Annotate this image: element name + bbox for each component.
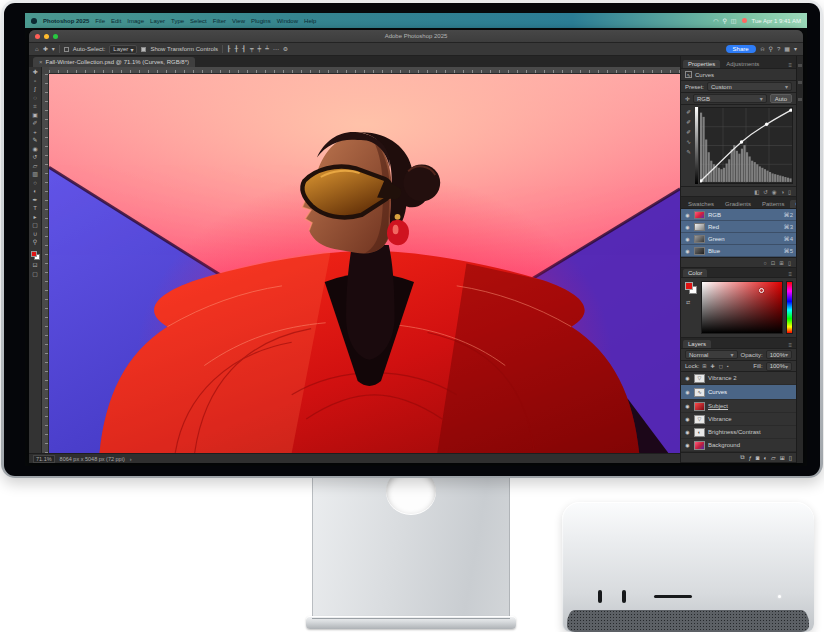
lock-transparency-icon[interactable]: ⊞ xyxy=(702,363,706,369)
layer-row-vibrance-2[interactable]: ◉▽Vibrance 2 xyxy=(681,372,796,385)
previous-state-icon[interactable]: ◑ xyxy=(781,189,784,195)
settings-gear-icon[interactable]: ⚙ xyxy=(283,46,288,52)
layer-mask-icon[interactable]: ◙ xyxy=(756,455,760,461)
menu-help[interactable]: Help xyxy=(304,18,316,24)
layer-thumbnail[interactable] xyxy=(694,402,705,411)
hue-slider[interactable] xyxy=(786,281,793,334)
visibility-eye-icon[interactable]: ◉ xyxy=(684,375,691,381)
canvas-image[interactable] xyxy=(49,74,680,453)
visibility-eye-icon[interactable]: ◉ xyxy=(772,189,777,195)
menu-type[interactable]: Type xyxy=(171,18,184,24)
zoom-level[interactable]: 71.1% xyxy=(33,455,55,463)
visibility-eye-icon[interactable]: ◉ xyxy=(684,224,691,230)
load-selection-icon[interactable]: ○ xyxy=(763,260,766,266)
edit-points-icon[interactable]: ∿ xyxy=(686,139,691,145)
tab-adjustments[interactable]: Adjustments xyxy=(721,60,764,68)
tab-patterns[interactable]: Patterns xyxy=(757,200,789,208)
menu-photoshop-2025[interactable]: Photoshop 2025 xyxy=(43,18,89,24)
show-transform-checkbox[interactable] xyxy=(141,47,146,52)
panel-menu-icon[interactable]: ≡ xyxy=(786,62,794,68)
clone-stamp-tool[interactable]: ◉ xyxy=(32,146,37,152)
visibility-eye-icon[interactable]: ◉ xyxy=(684,429,691,435)
shape-tool[interactable]: ▢ xyxy=(32,222,38,228)
pen-tool[interactable]: ✒ xyxy=(32,197,37,203)
tab-swatches[interactable]: Swatches xyxy=(683,200,719,208)
auto-button[interactable]: Auto xyxy=(770,94,792,103)
color-swatches-tool[interactable] xyxy=(31,251,40,260)
layer-row-background[interactable]: ◉Background xyxy=(681,439,796,452)
layer-group-icon[interactable]: ▱ xyxy=(771,454,776,461)
more-options-icon[interactable]: ⋯ xyxy=(273,46,279,52)
channel-dropdown[interactable]: RGB ▾ xyxy=(693,94,767,103)
curve-plot[interactable] xyxy=(699,107,793,184)
dropdown-caret-icon[interactable]: ▾ xyxy=(52,46,55,52)
gradient-tool[interactable]: ▥ xyxy=(32,171,38,177)
delete-channel-icon[interactable]: ▯ xyxy=(788,260,791,266)
layer-thumbnail[interactable]: ∿ xyxy=(694,388,705,397)
visibility-eye-icon[interactable]: ◉ xyxy=(684,212,691,218)
layer-thumbnail[interactable]: ◐ xyxy=(694,428,705,437)
swap-colors-icon[interactable]: ⇄ xyxy=(686,299,690,305)
targeted-adjustment-icon[interactable]: ✛ xyxy=(685,96,690,102)
foreground-color-swatch[interactable] xyxy=(685,282,693,290)
align-right-icon[interactable]: ┨ xyxy=(242,46,246,52)
screen-mode-icon[interactable]: ▢ xyxy=(32,271,38,277)
hand-tool[interactable]: ∪ xyxy=(33,231,37,237)
new-channel-icon[interactable]: ⊞ xyxy=(779,260,784,266)
menu-view[interactable]: View xyxy=(232,18,245,24)
dropdown-caret-icon[interactable]: ▾ xyxy=(794,46,797,52)
move-tool-icon[interactable]: ✚ xyxy=(43,46,48,52)
menu-image[interactable]: Image xyxy=(127,18,144,24)
type-tool[interactable]: T xyxy=(33,205,37,211)
menu-layer[interactable]: Layer xyxy=(150,18,165,24)
healing-brush-tool[interactable]: + xyxy=(33,129,37,135)
layer-thumbnail[interactable] xyxy=(694,441,705,450)
visibility-eye-icon[interactable]: ◉ xyxy=(684,389,691,395)
tab-gradients[interactable]: Gradients xyxy=(720,200,756,208)
search-icon[interactable]: ⚲ xyxy=(722,17,726,24)
lock-position-icon[interactable]: ◻ xyxy=(719,363,723,369)
reset-icon[interactable]: ↺ xyxy=(763,189,768,195)
layer-thumbnail[interactable]: ▽ xyxy=(694,374,705,383)
close-tab-icon[interactable]: × xyxy=(39,59,43,65)
crop-tool[interactable]: ⌗ xyxy=(33,103,36,109)
blend-mode-dropdown[interactable]: Normal ▾ xyxy=(685,350,738,359)
visibility-eye-icon[interactable]: ◉ xyxy=(684,403,691,409)
eyedropper-tool[interactable]: ✐ xyxy=(32,120,37,126)
align-center-h-icon[interactable]: ╂ xyxy=(235,46,239,52)
collapsed-panels-strip[interactable] xyxy=(796,56,803,463)
layer-effects-icon[interactable]: ƒ xyxy=(748,455,751,461)
preset-dropdown[interactable]: Custom ▾ xyxy=(707,82,792,91)
marquee-tool[interactable]: ▫ xyxy=(34,78,36,84)
align-top-icon[interactable]: ┯ xyxy=(250,46,254,52)
menu-select[interactable]: Select xyxy=(190,18,207,24)
color-picker-ring[interactable] xyxy=(759,288,764,293)
auto-select-checkbox[interactable] xyxy=(64,47,69,52)
lasso-tool[interactable]: ʃ xyxy=(34,86,35,92)
home-icon[interactable]: ⌂ xyxy=(35,46,39,52)
black-point-eyedropper-icon[interactable]: ✐ xyxy=(686,129,691,135)
menu-bar-clock[interactable]: Tue Apr 1 9:41 AM xyxy=(752,18,801,24)
delete-trash-icon[interactable]: ▯ xyxy=(788,189,791,195)
apple-menu-icon[interactable] xyxy=(31,18,37,24)
help-icon[interactable]: ? xyxy=(777,46,780,52)
notifications-bell-icon[interactable]: ⍾ xyxy=(761,46,765,52)
channel-row-rgb[interactable]: ◉RGB⌘2 xyxy=(681,209,796,221)
panel-menu-icon[interactable]: ≡ xyxy=(786,342,794,348)
share-button[interactable]: Share xyxy=(726,45,756,53)
frame-tool[interactable]: ▣ xyxy=(32,112,38,118)
save-selection-icon[interactable]: ⊡ xyxy=(771,260,776,266)
clip-to-layer-icon[interactable]: ◧ xyxy=(754,189,759,195)
dodge-tool[interactable]: ◐ xyxy=(33,188,37,194)
visibility-eye-icon[interactable]: ◉ xyxy=(684,442,691,448)
channel-row-blue[interactable]: ◉Blue⌘5 xyxy=(681,245,796,257)
gray-point-eyedropper-icon[interactable]: ✐ xyxy=(686,119,691,125)
wifi-icon[interactable]: ◠ xyxy=(713,17,718,24)
menu-edit[interactable]: Edit xyxy=(111,18,121,24)
layer-row-subject[interactable]: ◉Subject xyxy=(681,400,796,413)
visibility-eye-icon[interactable]: ◉ xyxy=(684,248,691,254)
control-center-icon[interactable]: ◫ xyxy=(731,17,737,24)
align-bottom-icon[interactable]: ┷ xyxy=(265,46,269,52)
path-selection-tool[interactable]: ▸ xyxy=(33,214,36,220)
layer-row-vibrance[interactable]: ◉▽Vibrance xyxy=(681,413,796,426)
